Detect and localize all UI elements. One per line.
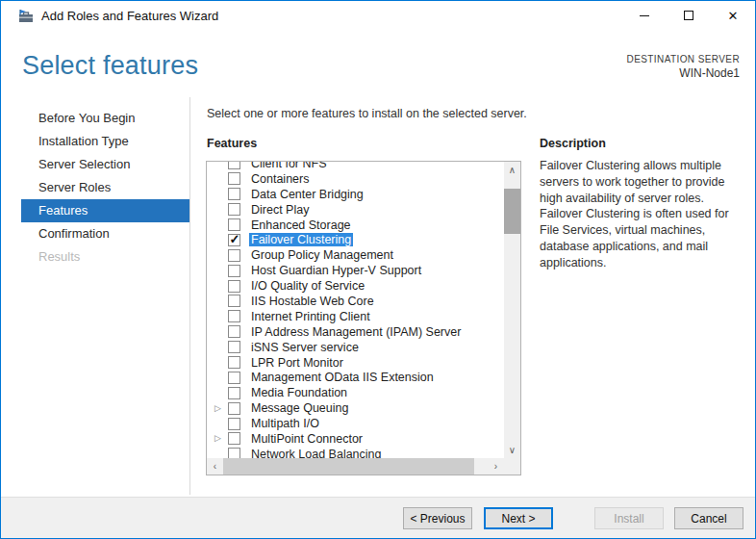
feature-checkbox[interactable] xyxy=(228,265,240,277)
feature-checkbox[interactable] xyxy=(228,310,240,322)
scroll-right-icon[interactable]: › xyxy=(488,458,504,475)
sidebar-step-item[interactable]: Server Selection xyxy=(21,153,189,176)
feature-label[interactable]: Multipath I/O xyxy=(249,417,321,430)
minimize-button[interactable] xyxy=(622,1,667,30)
feature-row[interactable]: Data Center Bridging xyxy=(207,187,504,202)
sidebar-step-item[interactable]: Features xyxy=(21,199,189,222)
destination-server-name: WIN-Node1 xyxy=(627,66,740,80)
feature-checkbox[interactable] xyxy=(228,249,240,262)
wizard-app-icon xyxy=(18,9,34,24)
horizontal-scrollbar-thumb[interactable] xyxy=(223,458,474,475)
features-list: Client for NFS Containers Data Center Br… xyxy=(207,162,504,458)
feature-row[interactable]: LPR Port Monitor xyxy=(207,355,504,371)
feature-label[interactable]: LPR Port Monitor xyxy=(249,356,345,370)
feature-checkbox[interactable] xyxy=(228,387,240,399)
feature-checkbox[interactable] xyxy=(228,402,240,415)
sidebar-step-label: Results xyxy=(38,249,80,264)
previous-button[interactable]: < Previous xyxy=(403,507,472,529)
feature-checkbox[interactable] xyxy=(228,203,240,216)
sidebar-step-item[interactable]: Installation Type xyxy=(21,130,189,153)
feature-row[interactable]: Client for NFS xyxy=(207,162,504,171)
description-text: Failover Clustering allows multiple serv… xyxy=(540,158,743,270)
intro-text: Select one or more features to install o… xyxy=(207,107,527,120)
feature-label[interactable]: Network Load Balancing xyxy=(249,448,384,458)
maximize-button[interactable] xyxy=(667,1,711,30)
feature-checkbox[interactable] xyxy=(228,432,240,445)
window-title: Add Roles and Features Wizard xyxy=(41,9,218,23)
scroll-up-icon[interactable]: ∧ xyxy=(504,162,520,178)
feature-label[interactable]: Management OData IIS Extension xyxy=(249,371,436,384)
feature-row[interactable]: iSNS Server service xyxy=(207,340,504,355)
cancel-button[interactable]: Cancel xyxy=(674,507,743,529)
sidebar-step-label: Before You Begin xyxy=(38,111,135,125)
feature-row[interactable]: Failover Clustering xyxy=(207,232,504,247)
close-button[interactable]: ✕ xyxy=(711,1,755,30)
feature-label[interactable]: Media Foundation xyxy=(249,386,349,399)
feature-label[interactable]: Containers xyxy=(249,172,311,186)
feature-row[interactable]: Internet Printing Client xyxy=(207,309,504,324)
feature-checkbox[interactable] xyxy=(228,372,240,384)
feature-row[interactable]: Management OData IIS Extension xyxy=(207,370,504,385)
sidebar-divider xyxy=(189,97,190,495)
feature-checkbox[interactable] xyxy=(228,172,240,185)
feature-row[interactable]: MultiPoint Connector xyxy=(207,431,504,447)
feature-row[interactable]: Direct Play xyxy=(207,202,504,218)
feature-label[interactable]: Group Policy Management xyxy=(249,248,395,262)
feature-checkbox[interactable] xyxy=(228,218,240,231)
sidebar-step-label: Server Selection xyxy=(38,157,130,171)
feature-row[interactable]: Network Load Balancing xyxy=(207,447,504,458)
feature-checkbox[interactable] xyxy=(228,295,240,307)
feature-label[interactable]: I/O Quality of Service xyxy=(249,279,366,293)
expand-arrow-icon[interactable] xyxy=(214,404,228,413)
feature-label[interactable]: IIS Hostable Web Core xyxy=(249,295,376,308)
scrollbar-corner xyxy=(504,458,520,475)
expand-arrow-icon[interactable] xyxy=(214,434,228,443)
close-icon: ✕ xyxy=(728,10,739,22)
feature-checkbox[interactable] xyxy=(228,448,240,458)
feature-label[interactable]: Direct Play xyxy=(249,203,311,217)
feature-row[interactable]: Media Foundation xyxy=(207,385,504,400)
feature-checkbox[interactable] xyxy=(228,188,240,200)
feature-checkbox[interactable] xyxy=(228,356,240,369)
feature-label[interactable]: iSNS Server service xyxy=(249,341,361,354)
next-button[interactable]: Next > xyxy=(484,507,553,529)
feature-checkbox[interactable] xyxy=(228,234,240,246)
maximize-icon xyxy=(684,11,693,20)
feature-row[interactable]: Containers xyxy=(207,171,504,187)
feature-row[interactable]: IP Address Management (IPAM) Server xyxy=(207,324,504,340)
feature-label[interactable]: Failover Clustering xyxy=(249,233,353,246)
install-button[interactable]: Install xyxy=(594,507,664,529)
feature-label[interactable]: Host Guardian Hyper-V Support xyxy=(249,264,423,277)
feature-checkbox[interactable] xyxy=(228,280,240,293)
feature-checkbox[interactable] xyxy=(228,341,240,353)
feature-checkbox[interactable] xyxy=(228,418,240,430)
sidebar-step-item[interactable]: Confirmation xyxy=(21,222,189,245)
footer-bar: < Previous Next > Install Cancel xyxy=(1,497,755,538)
feature-checkbox[interactable] xyxy=(228,162,240,169)
sidebar-step-item[interactable]: Before You Begin xyxy=(21,107,189,130)
sidebar-step-item[interactable]: Server Roles xyxy=(21,176,189,199)
feature-label[interactable]: Internet Printing Client xyxy=(249,310,372,323)
destination-server-block: DESTINATION SERVER WIN-Node1 xyxy=(627,54,740,80)
vertical-scrollbar[interactable]: ∧ ∨ xyxy=(504,162,520,458)
feature-label[interactable]: Data Center Bridging xyxy=(249,188,365,201)
sidebar-step-item[interactable]: Results xyxy=(21,245,189,269)
feature-label[interactable]: Client for NFS xyxy=(249,162,329,170)
description-heading: Description xyxy=(540,137,606,150)
feature-label[interactable]: MultiPoint Connector xyxy=(249,432,365,446)
feature-row[interactable]: Enhanced Storage xyxy=(207,218,504,233)
horizontal-scrollbar[interactable]: ‹ › xyxy=(207,458,504,475)
feature-label[interactable]: IP Address Management (IPAM) Server xyxy=(249,325,463,339)
feature-row[interactable]: Host Guardian Hyper-V Support xyxy=(207,263,504,278)
scroll-down-icon[interactable]: ∨ xyxy=(504,442,520,458)
feature-row[interactable]: Group Policy Management xyxy=(207,247,504,263)
vertical-scrollbar-thumb[interactable] xyxy=(504,189,520,234)
feature-row[interactable]: I/O Quality of Service xyxy=(207,278,504,294)
scroll-left-icon[interactable]: ‹ xyxy=(207,458,223,475)
feature-checkbox[interactable] xyxy=(228,325,240,338)
feature-row[interactable]: Message Queuing xyxy=(207,400,504,416)
feature-row[interactable]: IIS Hostable Web Core xyxy=(207,294,504,309)
feature-label[interactable]: Enhanced Storage xyxy=(249,218,353,232)
feature-label[interactable]: Message Queuing xyxy=(249,401,350,415)
feature-row[interactable]: Multipath I/O xyxy=(207,416,504,431)
